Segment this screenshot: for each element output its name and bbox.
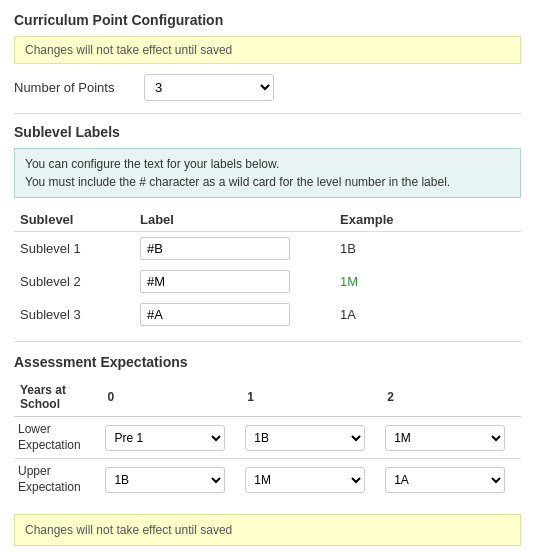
sublevel-row-3: Sublevel 3 1A [14, 298, 521, 331]
sublevel-info-box: You can configure the text for your labe… [14, 148, 521, 198]
sublevel-1-label-cell [134, 232, 334, 266]
sublevel-3-example: 1A [334, 298, 521, 331]
sublevel-2-name: Sublevel 2 [14, 265, 134, 298]
sublevel-row-1: Sublevel 1 1B [14, 232, 521, 266]
year-1-header: 1 [241, 378, 381, 417]
col-sublevel: Sublevel [14, 208, 134, 232]
points-label: Number of Points [14, 80, 144, 95]
lower-expect-select-1[interactable]: Pre 1 1B 1M 1A [245, 425, 365, 451]
sublevel-3-name: Sublevel 3 [14, 298, 134, 331]
lower-expectation-label: LowerExpectation [14, 417, 101, 459]
upper-expect-select-1[interactable]: Pre 1 1B 1M 1A [245, 467, 365, 493]
sublevel-1-label-input[interactable] [140, 237, 290, 260]
col-example: Example [334, 208, 521, 232]
lower-expect-select-0[interactable]: Pre 1 1B 1M 1A [105, 425, 225, 451]
sublevel-section-title: Sublevel Labels [14, 124, 521, 140]
lower-expect-select-2[interactable]: Pre 1 1B 1M 1A [385, 425, 505, 451]
sublevel-2-example: 1M [334, 265, 521, 298]
number-of-points-row: Number of Points 1 2 3 4 5 [14, 74, 521, 101]
sublevel-3-label-cell [134, 298, 334, 331]
sublevel-2-label-cell [134, 265, 334, 298]
upper-expect-select-0[interactable]: Pre 1 1B 1M 1A [105, 467, 225, 493]
divider-1 [14, 113, 521, 114]
page-title: Curriculum Point Configuration [14, 12, 521, 28]
upper-expect-col0: Pre 1 1B 1M 1A [101, 459, 241, 501]
upper-expect-select-2[interactable]: Pre 1 1B 1M 1A [385, 467, 505, 493]
year-2-header: 2 [381, 378, 521, 417]
sublevel-2-label-input[interactable] [140, 270, 290, 293]
lower-expect-col0: Pre 1 1B 1M 1A [101, 417, 241, 459]
assessment-section: Assessment Expectations Years atSchool 0… [14, 354, 521, 500]
upper-expectation-label: UpperExpectation [14, 459, 101, 501]
year-0-header: 0 [101, 378, 241, 417]
sublevel-1-example: 1B [334, 232, 521, 266]
lower-expectation-row: LowerExpectation Pre 1 1B 1M 1A Pre 1 1B [14, 417, 521, 459]
assessment-section-title: Assessment Expectations [14, 354, 521, 370]
sublevel-info-line1: You can configure the text for your labe… [25, 155, 510, 173]
upper-expectation-row: UpperExpectation Pre 1 1B 1M 1A Pre 1 1B [14, 459, 521, 501]
points-select[interactable]: 1 2 3 4 5 [144, 74, 274, 101]
sublevel-1-name: Sublevel 1 [14, 232, 134, 266]
top-banner: Changes will not take effect until saved [14, 36, 521, 64]
upper-expect-col1: Pre 1 1B 1M 1A [241, 459, 381, 501]
divider-2 [14, 341, 521, 342]
assessment-table: Years atSchool 0 1 2 LowerExpectation Pr… [14, 378, 521, 500]
sublevel-table: Sublevel Label Example Sublevel 1 1B Sub… [14, 208, 521, 331]
col-label: Label [134, 208, 334, 232]
bottom-banner: Changes will not take effect until saved [14, 514, 521, 546]
sublevel-info-line2: You must include the # character as a wi… [25, 173, 510, 191]
sublevel-3-label-input[interactable] [140, 303, 290, 326]
page-container: Curriculum Point Configuration Changes w… [0, 0, 535, 552]
upper-expect-col2: Pre 1 1B 1M 1A [381, 459, 521, 501]
lower-expect-col2: Pre 1 1B 1M 1A [381, 417, 521, 459]
sublevel-row-2: Sublevel 2 1M [14, 265, 521, 298]
lower-expect-col1: Pre 1 1B 1M 1A [241, 417, 381, 459]
years-at-school-header: Years atSchool [14, 378, 101, 417]
